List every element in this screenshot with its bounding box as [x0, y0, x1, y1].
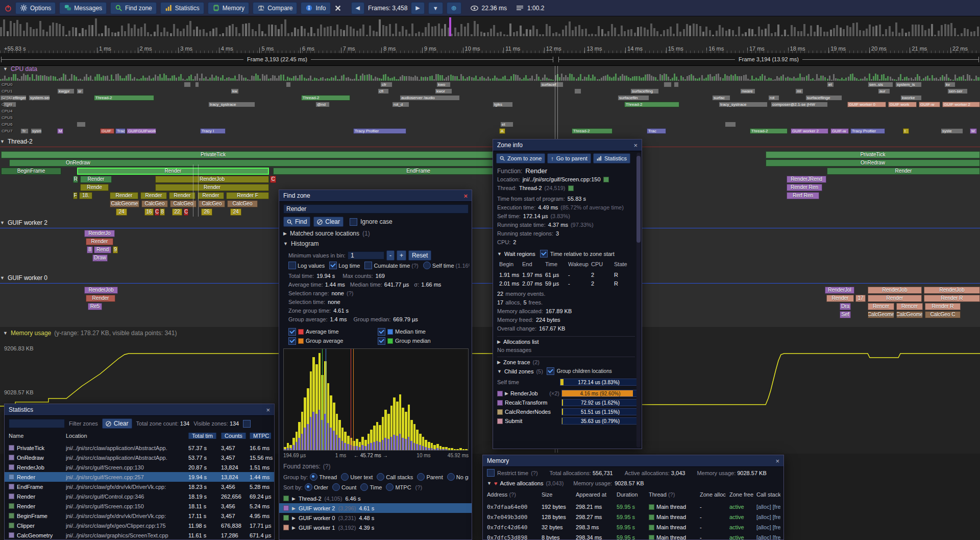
- option-checkbox[interactable]: [364, 262, 372, 269]
- group-by-radio[interactable]: [447, 473, 455, 481]
- zoom-to-zone-button[interactable]: Zoom to zone: [496, 153, 545, 163]
- timeline-zone[interactable]: CalcGeo C: [925, 311, 961, 318]
- cpu-zone-segment[interactable]: kwo: [436, 82, 451, 87]
- cpu-zone-segment[interactable]: GUIF worker 2: [791, 128, 828, 134]
- thread-color-swatch[interactable]: [568, 185, 574, 191]
- timeline-zone[interactable]: Render Ren: [787, 184, 822, 191]
- cpu-zone-segment[interactable]: [664, 82, 672, 87]
- cpu-zone-segment[interactable]: sen-ser: [947, 88, 968, 94]
- cpu-zone-segment[interactable]: GUIF worker 0: [847, 102, 886, 107]
- close-icon[interactable]: ×: [463, 193, 468, 199]
- memory-button[interactable]: Memory: [208, 2, 249, 14]
- statistics-row[interactable]: Clipper jni/../jni/src/claw/gfx/geo/Clip…: [5, 521, 275, 530]
- cpu-zone-segment[interactable]: tracy_systrace: [208, 102, 255, 107]
- timeline-zone[interactable]: Render: [86, 295, 115, 302]
- cpu-zone-segment[interactable]: Trac: [647, 128, 666, 134]
- timeline-zone[interactable]: 24: [116, 208, 127, 216]
- timeline-zone[interactable]: CalcGeome: [868, 311, 894, 318]
- timeline-zone[interactable]: PrivateTick: [766, 151, 980, 158]
- cpu-zone-segment[interactable]: system-ser: [29, 95, 50, 101]
- timeline-zone[interactable]: CalcGeo: [227, 200, 258, 207]
- minimap-current-frame-marker[interactable]: [449, 17, 451, 36]
- cpu-zone-segment[interactable]: A: [499, 128, 505, 134]
- collapse-arrow-icon[interactable]: ▼: [487, 481, 492, 486]
- limit-range-checkbox[interactable]: [243, 420, 251, 428]
- collapse-arrow-icon[interactable]: ▼: [497, 369, 502, 374]
- filter-zones-input[interactable]: [9, 419, 65, 428]
- allocation-row[interactable]: 0x7dfc53d898 8 bytes 298.34 ms 59.95 s M…: [487, 532, 780, 540]
- col-header-mtpc[interactable]: MTPC: [250, 433, 271, 439]
- cpu-zone-segment[interactable]: GUIF-w: [919, 102, 940, 107]
- cpu-zone-segment[interactable]: [77, 122, 86, 127]
- cpu-zone-segment[interactable]: GUIFGUIFwork: [127, 128, 156, 134]
- cpu-data-header[interactable]: ▼ CPU data: [3, 65, 37, 73]
- col-header-appeared[interactable]: Appeared at: [576, 491, 617, 498]
- timeline-zone[interactable]: CalcGeome: [896, 311, 923, 318]
- timeline-zone[interactable]: Render: [77, 168, 269, 175]
- timeline-zone[interactable]: Sef: [840, 311, 851, 318]
- scrollbar-thumb[interactable]: [636, 156, 641, 243]
- statistics-row[interactable]: CalcGeometry jni/../jni/src/claw/graphic…: [5, 530, 275, 540]
- timeline-zone[interactable]: Render R: [925, 303, 961, 310]
- option-checkbox[interactable]: [329, 262, 337, 269]
- group-children-checkbox[interactable]: [547, 367, 554, 375]
- timeline-zone[interactable]: OnRedraw: [766, 159, 980, 167]
- timeline-zone[interactable]: CalcGeo: [141, 200, 168, 207]
- cpu-zone-segment[interactable]: system_is: [895, 82, 922, 87]
- timeline-zone[interactable]: CalcGeome: [110, 200, 139, 207]
- cpu-zone-segment[interactable]: Tracy: [115, 128, 126, 134]
- memory-usage-header[interactable]: ▼ Memory usage (y-range: 178.27 KB, visi…: [3, 330, 177, 337]
- cpu-zone-segment[interactable]: tracy_systrace: [719, 102, 768, 107]
- timeline-zone[interactable]: Render: [155, 184, 269, 191]
- timeline-zone[interactable]: RenderJRend: [787, 176, 826, 183]
- cpu-zone-segment[interactable]: Thread-2: [572, 128, 612, 134]
- timeline-zone[interactable]: Rerf Ren: [787, 192, 819, 199]
- expand-arrow-icon[interactable]: ▶: [497, 339, 501, 344]
- go-to-parent-button[interactable]: ↑ Go to parent: [547, 153, 591, 163]
- cpu-zone-segment[interactable]: mi: [795, 88, 803, 94]
- cpu-zone-segment[interactable]: Thread-2: [624, 102, 679, 107]
- found-zone-group-row[interactable]: ▶ GUIF worker 0 (3,231) 4.48 s: [279, 513, 472, 523]
- timeline-zone[interactable]: F: [73, 192, 78, 199]
- timeline-zone[interactable]: 17: [855, 295, 866, 302]
- sort-by-radio[interactable]: [386, 483, 394, 491]
- timeline-zone[interactable]: C: [184, 208, 188, 216]
- cpu-zone-segment[interactable]: lgiks: [493, 102, 513, 107]
- timeline-zone[interactable]: RenderJo: [84, 230, 115, 237]
- timeline-zone[interactable]: Render: [110, 192, 138, 199]
- frame-span[interactable]: Frame 3,193 (22.45 ms): [1, 55, 553, 64]
- cpu-zone-segment[interactable]: syste: [941, 128, 963, 134]
- next-frame-button[interactable]: ▶: [411, 2, 424, 14]
- cpu-zone-segment[interactable]: kw: [231, 88, 239, 94]
- timeline-zone[interactable]: C: [155, 208, 159, 216]
- timeline-zone[interactable]: Rend: [94, 246, 111, 253]
- find-zone-button[interactable]: Find zone: [110, 2, 157, 14]
- allocation-row[interactable]: 0x7dfaa64e00 192 bytes 298.21 ms 59.95 s…: [487, 502, 780, 512]
- goto-frame-button[interactable]: ⊕: [447, 2, 461, 14]
- find-button[interactable]: Find: [283, 217, 310, 227]
- compare-button[interactable]: Compare: [253, 2, 297, 14]
- timeline-zone[interactable]: Render: [86, 238, 113, 245]
- timeline-zone[interactable]: 26: [201, 208, 212, 216]
- child-zone-row[interactable]: CalcRenderNodes 51.51 us (1.15%): [497, 407, 639, 416]
- timeline-zone[interactable]: Render: [140, 192, 167, 199]
- cpu-zone-segment[interactable]: et: [500, 122, 513, 127]
- frame-span[interactable]: Frame 3,194 (13.92 ms): [558, 55, 979, 64]
- statistics-row[interactable]: PrivateTick jni/../jni/src/claw/applicat…: [5, 443, 275, 453]
- sort-by-radio[interactable]: [360, 483, 368, 491]
- col-header-name[interactable]: Name: [9, 433, 66, 439]
- col-header-thread[interactable]: Thread (?): [649, 491, 700, 498]
- timeline-zone[interactable]: Render F: [226, 192, 269, 199]
- options-button[interactable]: Options: [15, 2, 56, 14]
- allocation-row[interactable]: 0x7e049b3d00 128 bytes 298.27 ms 59.95 s…: [487, 512, 780, 522]
- timeline-zone[interactable]: 8: [87, 246, 93, 253]
- col-header-call-stack[interactable]: Call stack: [756, 491, 780, 498]
- min-bin-input[interactable]: [348, 251, 384, 260]
- cpu-zone-segment[interactable]: cfr: [380, 82, 393, 87]
- option-checkbox[interactable]: [288, 262, 296, 269]
- timeline-zone[interactable]: OnRedraw: [9, 159, 564, 167]
- info-button[interactable]: Info: [301, 2, 330, 14]
- cpu-zone-segment[interactable]: GUIF: [100, 128, 114, 134]
- cpu-zone-segment[interactable]: kwor: [435, 88, 452, 94]
- cpu-zone-segment[interactable]: Thread-2: [301, 95, 350, 101]
